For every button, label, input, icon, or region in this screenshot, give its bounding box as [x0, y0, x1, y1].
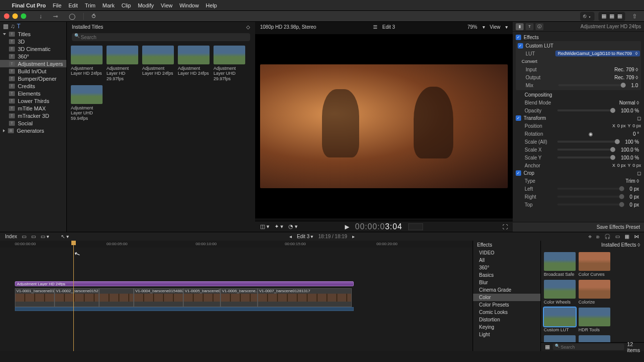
scale-all-value[interactable]: 100 % — [625, 139, 641, 145]
photos-library-icon[interactable]: ▦ — [3, 23, 8, 30]
index-button[interactable]: Index — [5, 234, 17, 239]
timeline-clip[interactable]: V1-0005_barscene01... — [183, 288, 220, 307]
sidebar-item[interactable]: T360° — [0, 52, 66, 60]
scale-y-slider[interactable] — [557, 156, 615, 158]
crop-reset-icon[interactable]: ◻ — [637, 170, 641, 176]
retime-tool-icon[interactable]: ◔ ▾ — [288, 223, 298, 230]
pos-x[interactable]: 0 px — [617, 123, 626, 128]
effect-category[interactable]: Cinema Grade — [473, 286, 540, 294]
layout-2-icon[interactable]: ▦ — [609, 13, 614, 20]
music-library-icon[interactable]: ♫ — [10, 23, 15, 30]
effect-item[interactable] — [579, 335, 610, 342]
crop-top-value[interactable]: 0 px — [630, 202, 641, 207]
transform-tool-icon[interactable]: ◫ ▾ — [260, 223, 269, 230]
play-button[interactable]: ▶ — [345, 223, 349, 230]
crop-right-value[interactable]: 0 px — [630, 194, 641, 200]
library-item[interactable]: Adjustment Layer HD 29.97fps — [107, 46, 138, 81]
effects-search-input[interactable] — [553, 344, 624, 350]
effect-item[interactable]: Color Curves — [579, 252, 610, 277]
timeline-clip[interactable]: V1-0006_barscene... — [220, 288, 258, 307]
pos-y[interactable]: 0 px — [633, 123, 641, 128]
effect-category[interactable]: Color — [473, 294, 540, 301]
sidebar-item[interactable]: T3D — [0, 38, 66, 45]
menu-edit[interactable]: Edit — [68, 2, 78, 8]
menu-window[interactable]: Window — [179, 2, 199, 8]
effect-category[interactable]: Color Presets — [473, 301, 540, 309]
maximize-button[interactable] — [21, 13, 26, 19]
lut-select[interactable]: RedWideGamut_Log3G10 to Rec709◊ — [555, 51, 640, 56]
titles-library-icon[interactable]: T — [17, 23, 20, 30]
effect-category[interactable]: Light — [473, 331, 540, 338]
library-item[interactable]: Adjustment Layer HD 24fps — [71, 46, 103, 81]
snap-icon[interactable]: ⎆ — [589, 234, 591, 239]
chevron-down-icon[interactable]: ▾ — [483, 24, 485, 30]
effect-category[interactable]: All — [473, 257, 540, 264]
transform-reset-icon[interactable]: ◻ — [637, 115, 641, 121]
effects-settings-icon[interactable]: ▦ — [545, 344, 550, 350]
scale-x-slider[interactable] — [557, 149, 615, 151]
mix-value[interactable]: 1.0 — [631, 83, 640, 88]
view-menu[interactable]: View — [490, 24, 501, 30]
crop-top-slider[interactable] — [557, 204, 624, 206]
timeline-clip[interactable]: V1-0002_barscene0152... — [54, 288, 99, 307]
opacity-slider[interactable] — [557, 109, 615, 111]
import-icon[interactable]: ↓ — [36, 12, 45, 21]
sidebar-item[interactable]: TCredits — [0, 82, 66, 90]
mix-slider[interactable] — [558, 84, 626, 86]
effect-item[interactable]: HDR Tools — [579, 308, 610, 332]
effect-category[interactable]: Comic Looks — [473, 309, 540, 316]
disclosure-triangle-icon[interactable] — [3, 129, 5, 132]
effect-item[interactable] — [544, 335, 576, 342]
sidebar-item[interactable]: TmTitle MAX — [0, 104, 66, 112]
generators-section[interactable]: ⊞ Generators — [0, 127, 66, 134]
effect-item[interactable]: Broadcast Safe — [544, 252, 576, 277]
input-value[interactable]: Rec. 709 ◊ — [614, 67, 640, 72]
effect-category[interactable]: Distortion — [473, 316, 540, 323]
close-button[interactable] — [4, 13, 9, 19]
crop-right-slider[interactable] — [557, 196, 624, 198]
crop-left-value[interactable]: 0 px — [630, 186, 641, 192]
effects-checkbox[interactable]: ✓ — [516, 35, 521, 40]
effect-category[interactable]: Keying — [473, 323, 540, 331]
anchor-y[interactable]: 0 px — [633, 163, 641, 168]
audio-track[interactable] — [15, 307, 354, 311]
anchor-x[interactable]: 0 px — [617, 163, 626, 168]
timecode[interactable]: 00:00:03:04 — [355, 222, 403, 231]
viewer-canvas[interactable] — [255, 34, 513, 218]
sidebar-item[interactable]: TBumper/Opener — [0, 75, 66, 82]
opacity-value[interactable]: 100.0 % — [621, 108, 641, 113]
solo-icon[interactable]: ▭ — [615, 234, 620, 239]
library-item[interactable]: Adjustment Layer HD 24fps — [178, 46, 210, 81]
installed-effects-label[interactable]: Installed Effects ◊ — [601, 242, 640, 248]
timeline-tracks[interactable]: 00:00:00:00 00:00:05:00 00:00:10:00 00:0… — [0, 241, 473, 351]
crop-left-slider[interactable] — [557, 188, 624, 190]
sidebar-item[interactable]: TmTracker 3D — [0, 112, 66, 119]
next-edit-icon[interactable]: ▸ — [352, 234, 355, 239]
library-search-input[interactable] — [72, 33, 250, 41]
titles-section[interactable]: T Titles — [0, 30, 66, 38]
disclosure-triangle-icon[interactable] — [3, 33, 6, 35]
menu-view[interactable]: View — [161, 2, 173, 8]
rotation-value[interactable]: 0 ° — [633, 131, 641, 137]
project-name[interactable]: Edit 3 ▾ — [297, 234, 313, 239]
output-value[interactable]: Rec. 709 ◊ — [614, 75, 640, 80]
video-inspector-tab[interactable]: ▮ — [516, 23, 524, 30]
menu-file[interactable]: File — [53, 2, 61, 8]
keyword-icon[interactable]: ⊸ — [50, 12, 61, 21]
blend-value[interactable]: Normal ◊ — [619, 100, 641, 105]
text-inspector-tab[interactable]: T — [526, 23, 534, 30]
menu-clip[interactable]: Clip — [121, 2, 131, 8]
audio-skim-icon[interactable]: 🎧 — [604, 234, 610, 239]
clip-appearance-2-icon[interactable]: ▭ — [31, 234, 36, 239]
library-item[interactable]: Adjustment Layer UHD 29.97fps — [214, 46, 245, 81]
enhance-tool-icon[interactable]: ✦ ▾ — [274, 223, 283, 230]
sidebar-item[interactable]: TSocial — [0, 119, 66, 127]
app-name[interactable]: Final Cut Pro — [12, 2, 46, 8]
chevron-down-icon[interactable]: ▾ — [505, 24, 508, 30]
menu-trim[interactable]: Trim — [85, 2, 96, 8]
scale-y-value[interactable]: 100.0 % — [621, 155, 641, 160]
effect-item[interactable]: Custom LUT — [544, 308, 576, 332]
menu-modify[interactable]: Modify — [138, 2, 154, 8]
timeline-clip[interactable]: V1-0004_barscene01548823 — [134, 288, 183, 307]
minimize-button[interactable] — [12, 13, 18, 19]
